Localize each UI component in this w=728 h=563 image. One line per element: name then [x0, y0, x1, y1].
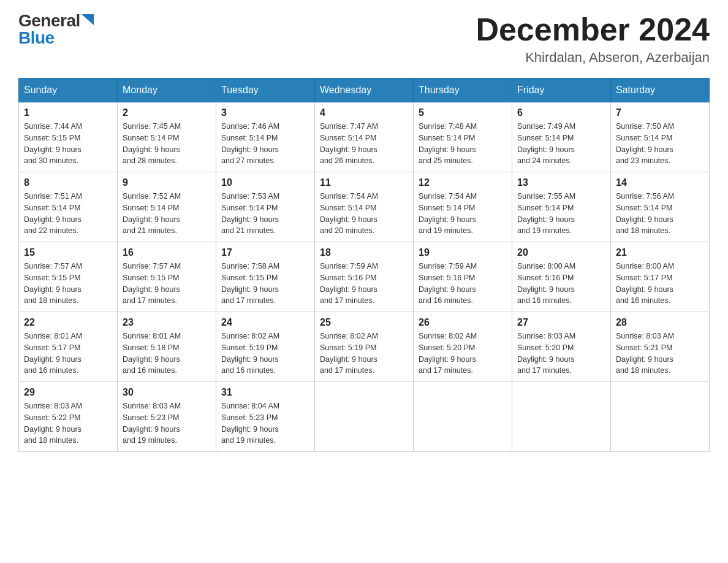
day-cell: 3 Sunrise: 7:46 AM Sunset: 5:14 PM Dayli…	[216, 102, 315, 172]
day-number: 9	[123, 177, 211, 188]
day-info: Sunrise: 8:03 AM Sunset: 5:21 PM Dayligh…	[616, 331, 704, 377]
day-cell: 15 Sunrise: 7:57 AM Sunset: 5:15 PM Dayl…	[19, 242, 118, 312]
day-number: 26	[419, 317, 507, 328]
day-info: Sunrise: 8:01 AM Sunset: 5:18 PM Dayligh…	[123, 331, 211, 377]
day-cell: 12 Sunrise: 7:54 AM Sunset: 5:14 PM Dayl…	[414, 172, 512, 242]
day-number: 18	[320, 247, 408, 258]
header-wednesday: Wednesday	[315, 79, 414, 102]
day-info: Sunrise: 8:04 AM Sunset: 5:23 PM Dayligh…	[221, 400, 309, 446]
day-number: 4	[320, 107, 408, 118]
day-info: Sunrise: 8:00 AM Sunset: 5:17 PM Dayligh…	[616, 261, 704, 307]
logo-arrow-icon	[82, 14, 94, 25]
day-info: Sunrise: 7:51 AM Sunset: 5:14 PM Dayligh…	[24, 191, 112, 237]
day-cell: 19 Sunrise: 7:59 AM Sunset: 5:16 PM Dayl…	[414, 242, 512, 312]
day-cell: 8 Sunrise: 7:51 AM Sunset: 5:14 PM Dayli…	[19, 172, 118, 242]
header-saturday: Saturday	[611, 79, 710, 102]
header-monday: Monday	[118, 79, 216, 102]
calendar-table: Sunday Monday Tuesday Wednesday Thursday…	[18, 78, 710, 452]
day-cell: 21 Sunrise: 8:00 AM Sunset: 5:17 PM Dayl…	[611, 242, 710, 312]
day-info: Sunrise: 8:01 AM Sunset: 5:17 PM Dayligh…	[24, 331, 112, 377]
day-cell: 16 Sunrise: 7:57 AM Sunset: 5:15 PM Dayl…	[118, 242, 216, 312]
day-info: Sunrise: 7:59 AM Sunset: 5:16 PM Dayligh…	[320, 261, 408, 307]
day-info: Sunrise: 7:53 AM Sunset: 5:14 PM Dayligh…	[221, 191, 309, 237]
day-cell: 17 Sunrise: 7:58 AM Sunset: 5:15 PM Dayl…	[216, 242, 315, 312]
day-number: 10	[221, 177, 309, 188]
day-number: 31	[221, 387, 309, 398]
day-info: Sunrise: 8:03 AM Sunset: 5:22 PM Dayligh…	[24, 400, 112, 446]
day-number: 25	[320, 317, 408, 328]
day-cell: 30 Sunrise: 8:03 AM Sunset: 5:23 PM Dayl…	[118, 382, 216, 452]
day-cell: 7 Sunrise: 7:50 AM Sunset: 5:14 PM Dayli…	[611, 102, 710, 172]
day-cell: 26 Sunrise: 8:02 AM Sunset: 5:20 PM Dayl…	[414, 312, 512, 382]
day-info: Sunrise: 7:59 AM Sunset: 5:16 PM Dayligh…	[419, 261, 507, 307]
day-cell: 28 Sunrise: 8:03 AM Sunset: 5:21 PM Dayl…	[611, 312, 710, 382]
day-number: 24	[221, 317, 309, 328]
day-info: Sunrise: 7:50 AM Sunset: 5:14 PM Dayligh…	[616, 121, 704, 167]
day-cell: 13 Sunrise: 7:55 AM Sunset: 5:14 PM Dayl…	[512, 172, 611, 242]
day-cell: 14 Sunrise: 7:56 AM Sunset: 5:14 PM Dayl…	[611, 172, 710, 242]
day-info: Sunrise: 7:58 AM Sunset: 5:15 PM Dayligh…	[221, 261, 309, 307]
day-number: 19	[419, 247, 507, 258]
day-info: Sunrise: 7:46 AM Sunset: 5:14 PM Dayligh…	[221, 121, 309, 167]
header-thursday: Thursday	[414, 79, 512, 102]
day-cell: 5 Sunrise: 7:48 AM Sunset: 5:14 PM Dayli…	[414, 102, 512, 172]
day-number: 5	[419, 107, 507, 118]
day-cell: 22 Sunrise: 8:01 AM Sunset: 5:17 PM Dayl…	[19, 312, 118, 382]
day-info: Sunrise: 7:55 AM Sunset: 5:14 PM Dayligh…	[517, 191, 605, 237]
day-info: Sunrise: 7:47 AM Sunset: 5:14 PM Dayligh…	[320, 121, 408, 167]
header-friday: Friday	[512, 79, 611, 102]
day-info: Sunrise: 7:48 AM Sunset: 5:14 PM Dayligh…	[419, 121, 507, 167]
day-cell	[315, 382, 414, 452]
day-cell: 11 Sunrise: 7:54 AM Sunset: 5:14 PM Dayl…	[315, 172, 414, 242]
day-info: Sunrise: 7:54 AM Sunset: 5:14 PM Dayligh…	[419, 191, 507, 237]
page-header: General Blue December 2024 Khirdalan, Ab…	[18, 12, 710, 66]
day-number: 6	[517, 107, 605, 118]
day-number: 7	[616, 107, 704, 118]
title-section: December 2024 Khirdalan, Abseron, Azerba…	[476, 12, 710, 66]
day-info: Sunrise: 7:45 AM Sunset: 5:14 PM Dayligh…	[123, 121, 211, 167]
day-number: 22	[24, 317, 112, 328]
day-info: Sunrise: 8:03 AM Sunset: 5:23 PM Dayligh…	[123, 400, 211, 446]
week-row-3: 15 Sunrise: 7:57 AM Sunset: 5:15 PM Dayl…	[19, 242, 710, 312]
day-cell	[414, 382, 512, 452]
day-number: 21	[616, 247, 704, 258]
day-number: 16	[123, 247, 211, 258]
day-cell: 20 Sunrise: 8:00 AM Sunset: 5:16 PM Dayl…	[512, 242, 611, 312]
weekday-header-row: Sunday Monday Tuesday Wednesday Thursday…	[19, 79, 710, 102]
week-row-5: 29 Sunrise: 8:03 AM Sunset: 5:22 PM Dayl…	[19, 382, 710, 452]
day-cell: 25 Sunrise: 8:02 AM Sunset: 5:19 PM Dayl…	[315, 312, 414, 382]
day-number: 28	[616, 317, 704, 328]
logo-blue-text: Blue	[18, 28, 55, 47]
day-cell	[512, 382, 611, 452]
day-cell: 9 Sunrise: 7:52 AM Sunset: 5:14 PM Dayli…	[118, 172, 216, 242]
day-number: 2	[123, 107, 211, 118]
day-number: 11	[320, 177, 408, 188]
day-number: 29	[24, 387, 112, 398]
day-cell: 1 Sunrise: 7:44 AM Sunset: 5:15 PM Dayli…	[19, 102, 118, 172]
day-cell: 6 Sunrise: 7:49 AM Sunset: 5:14 PM Dayli…	[512, 102, 611, 172]
day-number: 1	[24, 107, 112, 118]
day-number: 3	[221, 107, 309, 118]
day-info: Sunrise: 7:57 AM Sunset: 5:15 PM Dayligh…	[24, 261, 112, 307]
day-number: 17	[221, 247, 309, 258]
day-cell: 24 Sunrise: 8:02 AM Sunset: 5:19 PM Dayl…	[216, 312, 315, 382]
location-title: Khirdalan, Abseron, Azerbaijan	[476, 50, 710, 66]
header-tuesday: Tuesday	[216, 79, 315, 102]
day-number: 27	[517, 317, 605, 328]
day-cell: 29 Sunrise: 8:03 AM Sunset: 5:22 PM Dayl…	[19, 382, 118, 452]
day-cell: 4 Sunrise: 7:47 AM Sunset: 5:14 PM Dayli…	[315, 102, 414, 172]
day-cell: 18 Sunrise: 7:59 AM Sunset: 5:16 PM Dayl…	[315, 242, 414, 312]
day-info: Sunrise: 7:44 AM Sunset: 5:15 PM Dayligh…	[24, 121, 112, 167]
day-number: 23	[123, 317, 211, 328]
day-number: 13	[517, 177, 605, 188]
day-cell: 23 Sunrise: 8:01 AM Sunset: 5:18 PM Dayl…	[118, 312, 216, 382]
week-row-4: 22 Sunrise: 8:01 AM Sunset: 5:17 PM Dayl…	[19, 312, 710, 382]
day-info: Sunrise: 8:02 AM Sunset: 5:19 PM Dayligh…	[221, 331, 309, 377]
day-info: Sunrise: 7:54 AM Sunset: 5:14 PM Dayligh…	[320, 191, 408, 237]
logo: General Blue	[18, 12, 94, 47]
day-cell: 2 Sunrise: 7:45 AM Sunset: 5:14 PM Dayli…	[118, 102, 216, 172]
day-info: Sunrise: 8:03 AM Sunset: 5:20 PM Dayligh…	[517, 331, 605, 377]
day-info: Sunrise: 8:02 AM Sunset: 5:19 PM Dayligh…	[320, 331, 408, 377]
day-info: Sunrise: 7:57 AM Sunset: 5:15 PM Dayligh…	[123, 261, 211, 307]
day-number: 15	[24, 247, 112, 258]
